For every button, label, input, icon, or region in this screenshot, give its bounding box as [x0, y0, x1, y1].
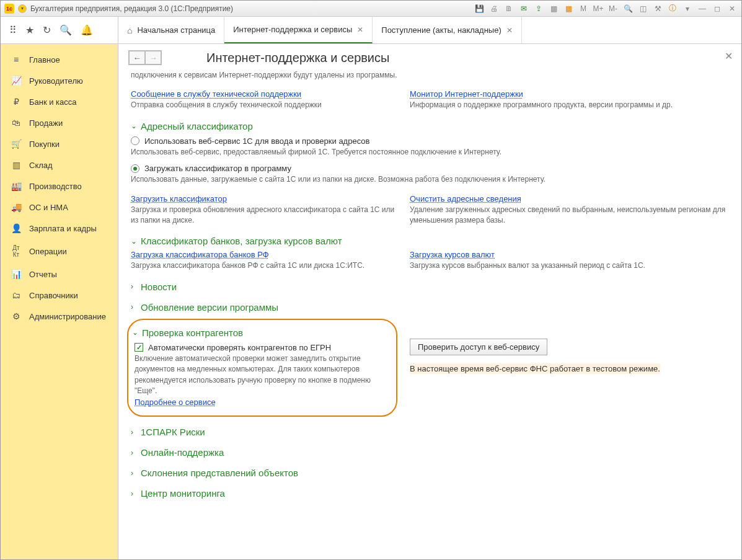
page-title: Интернет-поддержка и сервисы	[206, 51, 389, 65]
radio-webservice[interactable]: Использовать веб-сервис 1С для ввода и п…	[131, 136, 729, 146]
print-icon[interactable]: 🖨	[488, 3, 500, 14]
send-icon[interactable]: ✉	[518, 3, 529, 14]
section-online-support[interactable]: ›Онлайн-поддержка	[131, 447, 729, 458]
sidebar-item-bank[interactable]: ₽Банк и касса	[1, 91, 118, 112]
checkbox-label: Автоматически проверять контрагентов по …	[148, 343, 331, 352]
sidebar-item-label: ОС и НМА	[29, 203, 68, 212]
sidebar-item-manager[interactable]: 📈Руководителю	[1, 70, 118, 91]
nav-forward-button[interactable]: →	[145, 51, 161, 64]
section-news[interactable]: ›Новости	[131, 282, 729, 292]
load-classifier-desc: Загрузка и проверка обновления адресного…	[131, 205, 397, 226]
m-minus-icon[interactable]: M-	[607, 3, 619, 14]
section-spark[interactable]: ›1СПАРК Риски	[131, 427, 729, 437]
load-classifier-link[interactable]: Загрузить классификатор	[131, 194, 397, 203]
currency-rates-link[interactable]: Загрузка курсов валют	[410, 250, 729, 259]
sidebar-item-purchases[interactable]: 🛒Покупки	[1, 133, 118, 154]
close-tab-icon[interactable]: ✕	[357, 25, 363, 34]
intro-description: подключения к сервисам Интернет-поддержк…	[131, 70, 729, 81]
minimize-icon[interactable]: —	[697, 3, 708, 14]
tools-icon[interactable]: ⚒	[652, 3, 663, 14]
search-icon[interactable]: 🔍	[60, 24, 72, 36]
section-banks[interactable]: ⌄Классификатор банков, загрузка курсов в…	[131, 236, 729, 246]
chart-up-icon: 📈	[11, 76, 22, 86]
sidebar-item-warehouse[interactable]: ▥Склад	[1, 154, 118, 176]
menu-icon: ≡	[11, 55, 22, 64]
sidebar-item-admin[interactable]: ⚙Администрирование	[1, 306, 118, 327]
sidebar-item-sales[interactable]: 🛍Продажи	[1, 112, 118, 133]
truck-icon: 🚚	[11, 202, 22, 212]
star-icon[interactable]: ★	[25, 24, 34, 36]
save-icon[interactable]: 💾	[474, 3, 485, 14]
factory-icon: 🏭	[11, 181, 22, 191]
sidebar-item-reports[interactable]: 📊Отчеты	[1, 264, 118, 285]
sidebar-item-catalogs[interactable]: 🗂Справочники	[1, 285, 118, 306]
export-icon[interactable]: ⇪	[533, 3, 544, 14]
calendar-icon[interactable]: ▦	[548, 3, 559, 14]
clear-address-desc: Удаление загруженных адресных сведений п…	[410, 205, 729, 226]
m-icon[interactable]: M	[578, 3, 589, 14]
section-update[interactable]: ›Обновление версии программы	[131, 302, 729, 313]
maximize-icon[interactable]: ◻	[712, 3, 723, 14]
dropdown-icon[interactable]: ▾	[682, 3, 693, 14]
more-about-service-link[interactable]: Подробнее о сервисе	[135, 398, 216, 407]
counterparty-check-highlight: ⌄Проверка контрагентов ✓ Автоматически п…	[127, 319, 397, 417]
window-title: Бухгалтерия предприятия, редакция 3.0 (1…	[30, 4, 233, 13]
chevron-right-icon: ›	[131, 303, 137, 311]
apps-icon[interactable]: ⠿	[9, 24, 17, 36]
tab-home[interactable]: ⌂ Начальная страница	[118, 17, 224, 43]
webservice-warning: В настоящее время веб-сервис ФНС работае…	[410, 363, 660, 374]
history-icon[interactable]: ↻	[43, 24, 51, 36]
clear-address-link[interactable]: Очистить адресные сведения	[410, 194, 729, 203]
support-message-desc: Отправка сообщения в службу технической …	[131, 100, 397, 110]
barchart-icon: 📊	[11, 269, 22, 279]
panel-icon[interactable]: ◫	[637, 3, 648, 14]
radio-webservice-desc: Использовать веб-сервис, предоставляемый…	[131, 147, 729, 158]
checkbox-checked-icon: ✓	[135, 343, 143, 352]
radio-load-classifier[interactable]: Загружать классификатор в программу	[131, 164, 729, 173]
content-area: ✕ ← → Интернет-поддержка и сервисы подкл…	[118, 44, 741, 560]
titlebar: 1c ▾ Бухгалтерия предприятия, редакция 3…	[1, 1, 741, 17]
sidebar-item-label: Склад	[29, 161, 53, 170]
calendar31-icon[interactable]: ▦	[563, 3, 574, 14]
compare-icon[interactable]: 🗎	[503, 3, 515, 14]
section-monitor-center[interactable]: ›Центр мониторинга	[131, 488, 729, 499]
monitor-desc: Информация о поддержке программного прод…	[410, 100, 729, 110]
nav-back-button[interactable]: ←	[129, 51, 145, 64]
close-page-icon[interactable]: ✕	[725, 50, 733, 62]
gear-icon: ⚙	[11, 311, 22, 321]
monitor-link[interactable]: Монитор Интернет-поддержки	[410, 89, 729, 99]
tab-internet-support[interactable]: Интернет-поддержка и сервисы ✕	[224, 17, 373, 43]
close-window-icon[interactable]: ✕	[727, 3, 738, 14]
content-scroll[interactable]: подключения к сервисам Интернет-поддержк…	[118, 69, 741, 560]
bag-icon: 🛍	[11, 118, 22, 128]
sidebar-item-main[interactable]: ≡Главное	[1, 49, 118, 70]
close-tab-icon[interactable]: ✕	[506, 26, 513, 35]
sidebar-item-operations[interactable]: ДтКтОперации	[1, 239, 118, 264]
section-label: 1СПАРК Риски	[141, 427, 205, 437]
m-plus-icon[interactable]: M+	[593, 3, 604, 14]
banks-classifier-link[interactable]: Загрузка классификатора банков РФ	[131, 250, 397, 259]
sidebar-item-hr[interactable]: 👤Зарплата и кадры	[1, 218, 118, 239]
bell-icon[interactable]: 🔔	[81, 24, 93, 36]
tab-receipts[interactable]: Поступление (акты, накладные) ✕	[373, 17, 521, 43]
sidebar-item-label: Главное	[29, 55, 60, 64]
section-declensions[interactable]: ›Склонения представлений объектов	[131, 468, 729, 478]
sidebar-item-assets[interactable]: 🚚ОС и НМА	[1, 197, 118, 218]
support-message-link[interactable]: Сообщение в службу технической поддержки	[131, 89, 397, 99]
zoom-icon[interactable]: 🔍	[622, 3, 634, 14]
app-menu-dropdown-icon[interactable]: ▾	[18, 4, 27, 13]
info-icon[interactable]: ⓘ	[667, 3, 678, 14]
checkbox-auto-check[interactable]: ✓ Автоматически проверять контрагентов п…	[135, 343, 386, 352]
sidebar-item-label: Отчеты	[29, 270, 57, 279]
radio-label: Загружать классификатор в программу	[144, 164, 291, 173]
section-counterparty-check[interactable]: ⌄Проверка контрагентов	[132, 327, 386, 338]
section-address-classifier[interactable]: ⌄Адресный классификатор	[131, 121, 729, 131]
chevron-right-icon: ›	[131, 489, 137, 498]
sidebar-item-label: Покупки	[29, 140, 60, 149]
check-webservice-button[interactable]: Проверить доступ к веб-сервису	[410, 339, 547, 355]
section-label: Адресный классификатор	[141, 121, 253, 131]
sidebar-item-label: Администрирование	[29, 312, 106, 321]
sidebar-item-production[interactable]: 🏭Производство	[1, 176, 118, 197]
chevron-right-icon: ›	[131, 469, 137, 478]
ruble-icon: ₽	[11, 97, 22, 107]
